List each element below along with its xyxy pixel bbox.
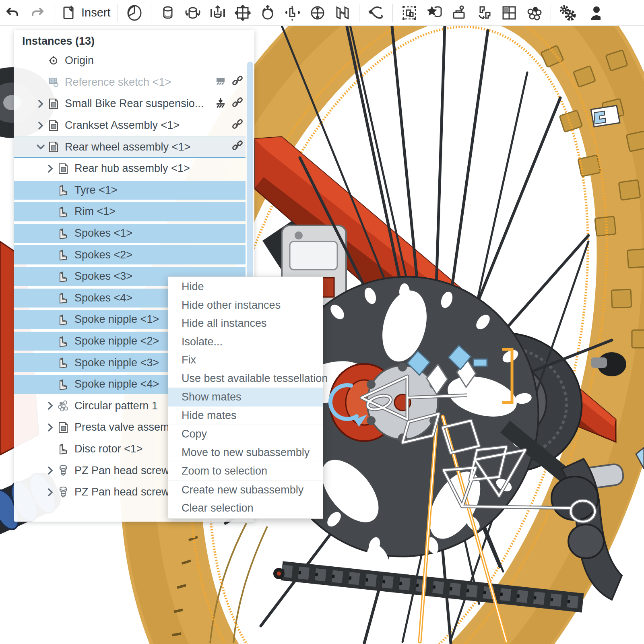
part-icon	[57, 356, 70, 369]
toolbar-separator	[54, 4, 54, 22]
tree-item-rear-hub-assembly[interactable]: Rear hub assembly <1>	[14, 158, 254, 180]
tree-item-rim[interactable]: Rim <1>	[14, 201, 254, 223]
tree-item-label: Spoke nipple <3>	[74, 357, 159, 369]
tree-item-label: PZ Pan head screw M	[74, 464, 182, 477]
chevron-spacer	[45, 249, 56, 260]
menu-item-use-best-available-tessellation[interactable]: Use best available tessellation	[168, 369, 323, 388]
toolbar-separator	[118, 4, 118, 22]
part-icon	[57, 205, 70, 218]
tree-item-label: Circular pattern 1	[74, 400, 158, 412]
tree-item-label: Rear wheel assembly <1>	[65, 141, 190, 153]
chevron-right-icon[interactable]	[45, 400, 56, 411]
replicate-icon[interactable]	[475, 3, 494, 23]
subassembly-icon	[57, 421, 70, 434]
link-icon[interactable]	[232, 97, 243, 110]
chevron-right-icon[interactable]	[45, 465, 56, 476]
context-menu: Hide Hide other instances Hide all insta…	[168, 277, 323, 519]
tree-item-label: Spokes <4>	[74, 292, 132, 304]
cylindrical-mate-icon[interactable]	[308, 3, 327, 23]
insert-button[interactable]: Insert	[61, 3, 111, 23]
chevron-right-icon[interactable]	[45, 422, 56, 433]
relations-gears-icon[interactable]	[558, 3, 577, 23]
chevron-spacer	[45, 443, 56, 454]
menu-item-zoom-to-selection[interactable]: Zoom to selection	[168, 462, 323, 481]
tree-item-rear-wheel-assembly[interactable]: Rear wheel assembly <1>	[14, 136, 254, 158]
tree-item-label: Spoke nipple <2>	[74, 335, 159, 347]
named-positions-icon[interactable]	[400, 3, 419, 23]
part-icon	[57, 227, 70, 240]
tree-item-label: Rear hub assembly <1>	[74, 162, 190, 175]
menu-item-hide-all-instances[interactable]: Hide all instances	[168, 314, 323, 333]
menu-item-show-mates[interactable]: Show mates	[168, 388, 323, 407]
tree-item-crankset-assembly[interactable]: Crankset Assembly <1>	[14, 115, 254, 136]
chevron-down-icon[interactable]	[35, 141, 46, 153]
circular-pattern-icon[interactable]	[524, 3, 544, 23]
chevron-right-icon[interactable]	[45, 163, 56, 174]
menu-item-hide[interactable]: Hide	[168, 278, 323, 296]
tree-item-tyre[interactable]: Tyre <1>	[14, 180, 254, 201]
chevron-spacer	[35, 76, 46, 88]
chevron-right-icon[interactable]	[35, 98, 46, 109]
user-icon[interactable]	[583, 3, 602, 23]
origin-icon	[47, 54, 60, 67]
tree-item-label: Crankset Assembly <1>	[65, 119, 180, 132]
part-icon	[57, 313, 70, 326]
sketch-icon	[47, 76, 60, 89]
pattern-grid-icon[interactable]	[500, 3, 519, 23]
tree-item-small-bike-rear-suspension[interactable]: Small Bike Rear suspensio...	[14, 93, 254, 115]
chevron-spacer	[45, 379, 56, 390]
tree-item-label: Spoke nipple <4>	[74, 378, 159, 390]
onshape-assembly-window: Insert	[0, 0, 644, 644]
tree-item-spokes-2[interactable]: Spokes <2>	[14, 244, 254, 266]
toolbar-separator	[551, 4, 551, 22]
subassembly-icon	[57, 162, 70, 175]
menu-item-fix[interactable]: Fix	[168, 351, 323, 369]
undo-button[interactable]	[3, 3, 22, 23]
tree-item-label: Reference sketch <1>	[65, 76, 171, 89]
chevron-spacer	[45, 184, 56, 196]
redo-button[interactable]	[28, 3, 47, 23]
chevron-spacer	[45, 336, 56, 347]
ground-icon	[215, 76, 226, 89]
menu-item-copy[interactable]: Copy	[168, 425, 323, 444]
favorites-icon[interactable]	[425, 3, 444, 23]
tree-item-origin[interactable]: Origin	[14, 50, 254, 72]
toolbar-separator	[359, 4, 359, 22]
rear-hub[interactable]	[330, 363, 438, 442]
part-icon	[57, 378, 70, 391]
subassembly-icon	[47, 140, 60, 153]
assembly-toolbar: Insert	[0, 0, 644, 26]
pin-slot-mate-icon[interactable]	[283, 3, 302, 23]
slider-mate-icon[interactable]	[208, 3, 227, 23]
tree-item-label: Spokes <3>	[74, 270, 132, 283]
menu-item-hide-mates[interactable]: Hide mates	[168, 407, 323, 425]
tree-item-label: Spoke nipple <1>	[74, 313, 159, 326]
chevron-right-icon[interactable]	[45, 487, 56, 498]
revolute-mate-icon[interactable]	[183, 3, 202, 23]
menu-item-clear-selection[interactable]: Clear selection	[168, 499, 323, 518]
link-icon[interactable]	[232, 119, 243, 132]
menu-item-move-to-new-subassembly[interactable]: Move to new subassembly	[168, 444, 323, 462]
tree-item-spokes-1[interactable]: Spokes <1>	[14, 223, 254, 244]
planar-mate-icon[interactable]	[233, 3, 252, 23]
tree-item-label: Disc rotor <1>	[74, 443, 143, 455]
chevron-spacer	[45, 206, 56, 217]
screw-icon	[57, 486, 70, 499]
menu-item-hide-other-instances[interactable]: Hide other instances	[168, 296, 323, 315]
menu-item-isolate[interactable]: Isolate...	[168, 333, 323, 351]
snap-mode-icon[interactable]	[450, 3, 469, 23]
part-icon	[57, 442, 70, 455]
chevron-spacer	[45, 292, 56, 303]
chevron-right-icon[interactable]	[35, 120, 46, 131]
menu-item-create-new-subassembly[interactable]: Create new subassembly	[168, 481, 323, 500]
link-icon[interactable]	[232, 140, 243, 153]
mate-tool-icon[interactable]	[125, 3, 144, 23]
mate-connector-tool-icon[interactable]	[366, 3, 386, 23]
fastened-mate-icon[interactable]	[158, 3, 178, 23]
tree-item-reference-sketch[interactable]: Reference sketch <1>	[14, 72, 254, 93]
insert-label: Insert	[81, 6, 111, 19]
link-icon[interactable]	[232, 76, 243, 89]
ball-mate-icon[interactable]	[258, 3, 277, 23]
toolbar-separator	[151, 4, 151, 22]
parallel-mate-icon[interactable]	[333, 3, 352, 23]
